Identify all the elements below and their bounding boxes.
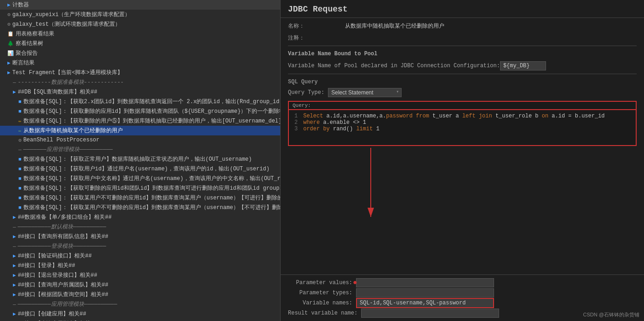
sql-query-label: SQL Query xyxy=(288,79,637,85)
tree-item[interactable]: ■ 数据准备[SQL]：【获取删除的应用id】到数据库随机查询团队（${USER… xyxy=(0,106,280,116)
tree-item-label: 计数器 xyxy=(12,1,29,9)
tree-item[interactable]: — ——————————应用管理模块—————————— xyxy=(0,299,280,309)
left-panel: ▶ 计数器⚙ galaxy_xupeixi（生产环境数据库请求配置）⚙ gala… xyxy=(0,0,281,321)
tree-item[interactable]: ▶ ##接口【根据团队查询空间】相关## xyxy=(0,290,280,299)
tree-item[interactable]: ▶ ##接口【登录】相关## xyxy=(0,261,280,270)
tree-icon: ■ xyxy=(18,157,22,162)
tree-icon: 📋 xyxy=(7,31,14,37)
tree-item[interactable]: ■ 数据准备[SQL]：【获取用户中文名称】通过用户名(username)，查询… xyxy=(0,174,280,183)
param-values-row: Parameter values: ● xyxy=(288,278,637,288)
query-type-label: Query Type: xyxy=(288,89,324,96)
tree-item-label: 数据准备[SQL]：【获取用户id】通过用户名(username)，查询该用户的… xyxy=(23,165,270,173)
tree-icon: ■ xyxy=(18,195,22,201)
tree-item-label: ———————应用管理模块—————————— xyxy=(23,146,113,153)
tree-item-label: ##接口【登录】相关## xyxy=(18,262,75,269)
var-pool-label: Variable Name of Pool declared in JDBC C… xyxy=(288,63,500,69)
tree-icon: ▶ xyxy=(7,60,11,66)
tree-item[interactable]: ▶ ##接口【退出登录接口】相关## xyxy=(0,270,280,280)
query-editor[interactable]: 1 Select a.id,a.username,a.password from… xyxy=(288,109,637,146)
tree-icon: 📊 xyxy=(7,50,14,56)
tree-item[interactable]: ▶ ##接口【验证码接口】相关## xyxy=(0,251,280,261)
tree-icon: ■ xyxy=(18,166,22,172)
param-values-input[interactable]: ● xyxy=(356,278,494,287)
tree-item-label: 数据准备[SQL]：【获取正常用户】数据库随机抽取正常状态的用户，输出(OUT_… xyxy=(23,155,252,163)
tree-icon: — xyxy=(13,80,16,85)
tree-item[interactable]: ▶ ##接口【查询用户所属团队】相关## xyxy=(0,280,280,290)
tree-item-label: 从数据库中随机抽取某个已经删除的用户 xyxy=(23,127,123,134)
tree-item[interactable]: — ———————应用管理模块—————————— xyxy=(0,145,280,154)
tree-item-label: ##接口【退出登录接口】相关## xyxy=(18,271,98,279)
code-lines: 1 Select a.id,a.username,a.password from… xyxy=(293,113,632,132)
tree-item-label: ##数据准备【单/多接口组合】相关## xyxy=(18,213,112,221)
tree-item[interactable]: ⚙ galaxy_xupeixi（生产环境数据库请求配置） xyxy=(0,10,280,19)
tree-icon: 🌲 xyxy=(7,41,14,47)
query-type-select-wrapper[interactable]: Select Statement xyxy=(328,88,402,97)
tree-item[interactable]: ■ 数据准备[SQL]：【获取用户id】通过用户名(username)，查询该用… xyxy=(0,164,280,174)
tree-icon: ▶ xyxy=(13,311,16,317)
tree-item[interactable]: — ----------数据准备模块------------ xyxy=(0,77,280,87)
tree-item[interactable]: ■ 数据准备[SQL]：【获取可删除的应用id和团队id】到数据库查询可进行删除… xyxy=(0,183,280,193)
tree-icon: — xyxy=(18,147,22,152)
tree-item[interactable]: ■ 数据准备[SQL]：【获取某用户不可删除的应用id】到数据库查询某用户（us… xyxy=(0,203,280,212)
tree-item-label: 数据准备[SQL]：【获取删除的应用id】到数据库随机查询团队（${USER_g… xyxy=(23,107,280,115)
tree-item-label: ----------数据准备模块------------ xyxy=(18,78,124,86)
var-pool-row: Variable Name of Pool declared in JDBC C… xyxy=(288,61,637,71)
tree-item[interactable]: ▶ ##接口【查询应用列表】相关## xyxy=(0,319,280,321)
tree-item[interactable]: — ——————————登录模块—————————— xyxy=(0,241,280,251)
tree-item[interactable]: ▶ Test Fragment【当前<脚本>通用模块库】 xyxy=(0,68,280,77)
tree-item[interactable]: ■ 数据准备[SQL]：【获取某用户不可删除的应用id】到数据库查询某用户（us… xyxy=(0,193,280,203)
tree-item[interactable]: 📋 用表格察看结果 xyxy=(0,29,280,39)
tree-item[interactable]: ■ 数据准备[SQL]：【获取正常用户】数据库随机抽取正常状态的用户，输出(OU… xyxy=(0,154,280,164)
line-num-3: 3 xyxy=(293,126,303,132)
tree-item[interactable]: 📊 聚合报告 xyxy=(0,48,280,58)
tree-item[interactable]: ▶ ##DB【SQL查询数据库】相关## xyxy=(0,87,280,97)
param-types-input[interactable] xyxy=(356,288,494,298)
variable-names-value[interactable]: SQL-id,SQL-username,SQL-password xyxy=(356,298,494,308)
tree-item-label: galaxy_xupeixi（生产环境数据库请求配置） xyxy=(12,11,131,18)
result-variable-input[interactable] xyxy=(361,309,499,318)
tree-item-label: ##接口【验证码接口】相关## xyxy=(18,252,92,260)
tree-item-label: 数据准备[SQL]：【获取2.x团队id】到数据库随机查询返回一个 2.x的团队… xyxy=(23,98,280,105)
tree-item-label: ##接口【查询用户所属团队】相关## xyxy=(18,281,109,289)
tree-item[interactable]: ▶ ##数据准备【单/多接口组合】相关## xyxy=(0,212,280,222)
tree-icon: ■ xyxy=(18,205,22,210)
result-variable-label: Result variable name: xyxy=(288,310,357,316)
tree-item-label: ——————————登录模块—————————— xyxy=(18,242,106,250)
tree-item[interactable]: ⚙ BeanShell PostProcessor xyxy=(0,135,280,145)
tree-item[interactable]: ▶ 断言结果 xyxy=(0,58,280,68)
tree-item[interactable]: — ——————————默认模块—————————— xyxy=(0,222,280,232)
tree-item[interactable]: ▶ 计数器 xyxy=(0,0,280,10)
tree-icon: — xyxy=(13,244,16,249)
query-type-select[interactable]: Select Statement xyxy=(328,88,402,97)
tree-icon: ▶ xyxy=(13,272,16,278)
panel-title: JDBC Request xyxy=(281,0,644,18)
tree-icon: — xyxy=(13,302,16,307)
tree-icon: ▶ xyxy=(13,233,16,239)
tree-icon: ▶ xyxy=(13,253,16,259)
tree-icon: ✏ xyxy=(18,118,22,124)
tree-item[interactable]: ✏ 从数据库中随机抽取某个已经删除的用户 xyxy=(0,126,280,135)
tree-item-label: 数据准备[SQL]：【获取用户中文名称】通过用户名(username)，查询该用… xyxy=(23,175,280,182)
comment-value xyxy=(343,37,637,38)
right-panel: JDBC Request 名称： 从数据库中随机抽取某个已经删除的用户 注释： … xyxy=(281,0,644,321)
tree-icon: — xyxy=(13,224,16,230)
query-type-row: Query Type: Select Statement xyxy=(288,88,637,97)
tree-item[interactable]: ⚙ galaxy_test（测试环境数据库请求配置） xyxy=(0,19,280,29)
tree-item[interactable]: 🌲 察看结果树 xyxy=(0,39,280,48)
tree-item-label: ##接口【创建应用】相关## xyxy=(18,310,86,318)
tree-icon: ⚙ xyxy=(7,21,11,27)
comment-row: 注释： xyxy=(288,33,637,43)
query-label: Query: xyxy=(288,101,637,109)
tree-item[interactable]: ■ 数据准备[SQL]：【获取2.x团队id】到数据库随机查询返回一个 2.x的… xyxy=(0,97,280,106)
tree-item[interactable]: ✏ 数据准备[SQL]：【获取删除的用户⑤】到数据库随机抽取已经删除的用户，输出… xyxy=(0,116,280,126)
var-pool-value[interactable]: ${my_DB} xyxy=(500,61,546,70)
line-code-2: where a.enable <> 1 xyxy=(303,119,632,126)
tree-item[interactable]: ▶ ##接口【创建应用】相关## xyxy=(0,309,280,319)
param-types-row: Parameter types: xyxy=(288,288,637,298)
tree-item-label: 断言结果 xyxy=(12,59,34,67)
line-code-1: Select a.id,a.username,a.password from t… xyxy=(303,113,632,119)
arrow-svg xyxy=(325,148,417,240)
tree-icon: ▶ xyxy=(13,214,16,220)
tree-item[interactable]: ▶ ##接口【查询所有团队信息】相关## xyxy=(0,232,280,241)
tree-icon: ▶ xyxy=(13,292,16,298)
